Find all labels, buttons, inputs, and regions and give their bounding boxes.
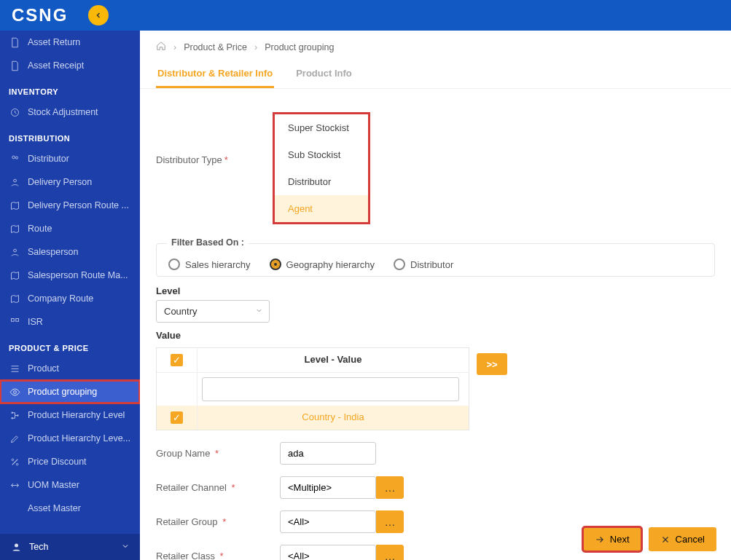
filter-fieldset: Filter Based On : Sales hierarchy Geogra… [156, 243, 715, 277]
radio-sales-hierarchy[interactable]: Sales hierarchy [168, 259, 251, 270]
tree-icon [9, 409, 20, 421]
sidebar[interactable]: Asset Return Asset Receipt INVENTORY Sto… [0, 31, 140, 560]
main-content: › Product & Price › Product grouping Dis… [140, 31, 731, 560]
footer-actions: Next Cancel [583, 527, 716, 551]
tabs: Distributor & Retailer Info Product Info [140, 60, 731, 89]
group-name-label: Group Name * [156, 448, 280, 459]
sidebar-item-label: Asset Return [28, 37, 80, 47]
sidebar-item-product[interactable]: Product [0, 357, 140, 380]
sidebar-item-label: Company Route [28, 293, 93, 304]
sidebar-footer[interactable]: Tech [0, 534, 140, 560]
sidebar-collapse-button[interactable] [88, 5, 109, 25]
svg-point-2 [15, 157, 17, 159]
value-table: ✓ Level - Value ✓ Country - India [156, 347, 469, 430]
level-label: Level [156, 285, 715, 296]
retailer-channel-input[interactable] [280, 476, 376, 499]
eye-icon [9, 386, 20, 398]
tab-product-info[interactable]: Product Info [294, 60, 353, 88]
sidebar-item-stock-adjustment[interactable]: Stock Adjustment [0, 100, 140, 124]
value-checkall[interactable]: ✓ [171, 354, 183, 366]
sidebar-item-product-hierarchy-level[interactable]: Product Hierarchy Level [0, 403, 140, 427]
svg-point-10 [17, 414, 19, 417]
next-button[interactable]: Next [583, 527, 641, 551]
sidebar-heading-inventory: INVENTORY [0, 77, 140, 100]
breadcrumb-root[interactable]: Product & Price [184, 42, 247, 52]
sidebar-item-distributor[interactable]: Distributor [0, 147, 140, 170]
sidebar-item-price-discount[interactable]: Price Discount [0, 450, 140, 473]
sidebar-item-route[interactable]: Route [0, 217, 140, 240]
list-icon [9, 363, 20, 374]
sidebar-item-label: Stock Adjustment [28, 107, 98, 117]
distributor-type-listbox: Super Stockist Sub Stockist Distributor … [273, 112, 370, 224]
value-label: Value [156, 330, 715, 341]
distributor-type-dropdown[interactable]: Super Stockist Sub Stockist Distributor … [273, 112, 370, 224]
blank-icon [9, 502, 20, 514]
doc-return-icon [9, 36, 20, 48]
svg-point-4 [13, 249, 16, 252]
distributor-type-option[interactable]: Super Stockist [275, 114, 368, 141]
clock-icon [9, 106, 20, 118]
retailer-channel-more-button[interactable]: … [376, 476, 404, 499]
sidebar-item-company-route[interactable]: Company Route [0, 287, 140, 310]
group-name-input[interactable] [280, 442, 376, 465]
sidebar-heading-product-price: PRODUCT & PRICE [0, 334, 140, 357]
svg-point-7 [13, 390, 16, 393]
chevron-down-icon [255, 306, 263, 317]
retailer-group-label: Retailer Group * [156, 516, 280, 527]
grid-icon [9, 316, 20, 328]
value-filter-input[interactable] [202, 377, 459, 401]
distributor-type-option[interactable]: Sub Stockist [275, 141, 368, 168]
value-row-checkbox[interactable]: ✓ [171, 411, 183, 424]
sidebar-item-delivery-person-route[interactable]: Delivery Person Route ... [0, 194, 140, 217]
retailer-class-label: Retailer Class * [156, 551, 280, 560]
sidebar-item-asset-master[interactable]: Asset Master [0, 497, 140, 520]
sidebar-item-label: Asset Master [28, 503, 81, 513]
level-value: Country [164, 306, 198, 317]
arrows-icon [9, 479, 20, 491]
sidebar-item-isr[interactable]: ISR [0, 310, 140, 334]
sidebar-item-uom-master[interactable]: UOM Master [0, 473, 140, 497]
value-go-button[interactable]: >> [477, 353, 507, 375]
cancel-button[interactable]: Cancel [649, 527, 716, 551]
sidebar-item-label: ISR [28, 317, 43, 327]
sidebar-item-label: Delivery Person [28, 177, 92, 187]
sidebar-item-asset-return[interactable]: Asset Return [0, 31, 140, 54]
sidebar-user-label: Tech [29, 542, 48, 552]
sidebar-item-label: Route [28, 224, 52, 234]
filter-legend: Filter Based On : [167, 237, 249, 248]
app-logo: CSNG [12, 5, 68, 25]
retailer-class-input[interactable] [280, 545, 376, 560]
level-select[interactable]: Country [156, 300, 270, 323]
sidebar-item-label: Product [28, 363, 59, 374]
sidebar-item-label: Delivery Person Route ... [28, 200, 129, 210]
distributor-type-label: Distributor Type* [156, 154, 273, 165]
retailer-group-input[interactable] [280, 510, 376, 533]
sidebar-item-salesperson[interactable]: Salesperson [0, 240, 140, 264]
sidebar-item-salesperson-route[interactable]: Salesperson Route Ma... [0, 264, 140, 287]
map-icon [9, 223, 20, 234]
sidebar-item-label: Salesperson [28, 247, 79, 257]
radio-geography-hierarchy[interactable]: Geography hierarchy [270, 259, 375, 270]
sidebar-item-delivery-person[interactable]: Delivery Person [0, 170, 140, 194]
arrow-right-icon [595, 535, 605, 545]
distributor-type-option[interactable]: Distributor [275, 168, 368, 195]
retailer-class-more-button[interactable]: … [376, 545, 404, 560]
svg-point-9 [11, 417, 13, 419]
sidebar-item-asset-receipt[interactable]: Asset Receipt [0, 54, 140, 77]
retailer-group-more-button[interactable]: … [376, 510, 404, 533]
sidebar-item-label: Asset Receipt [28, 60, 84, 71]
svg-rect-6 [15, 318, 18, 321]
value-row-text[interactable]: Country - India [198, 406, 469, 430]
value-table-header: Level - Value [198, 348, 469, 372]
distributor-type-option[interactable]: Agent [275, 195, 368, 222]
pencil-icon [9, 433, 20, 444]
home-icon[interactable] [156, 41, 166, 53]
chevron-right-icon: › [254, 42, 257, 52]
sidebar-item-product-hierarchy-level-2[interactable]: Product Hierarchy Leve... [0, 427, 140, 450]
tab-distributor-retailer[interactable]: Distributor & Retailer Info [156, 60, 274, 88]
sidebar-item-label: Product grouping [28, 387, 97, 397]
sidebar-item-product-grouping[interactable]: Product grouping [0, 380, 140, 403]
sidebar-item-label: Salesperson Route Ma... [28, 270, 128, 280]
svg-point-12 [16, 463, 18, 465]
radio-distributor[interactable]: Distributor [394, 259, 453, 270]
